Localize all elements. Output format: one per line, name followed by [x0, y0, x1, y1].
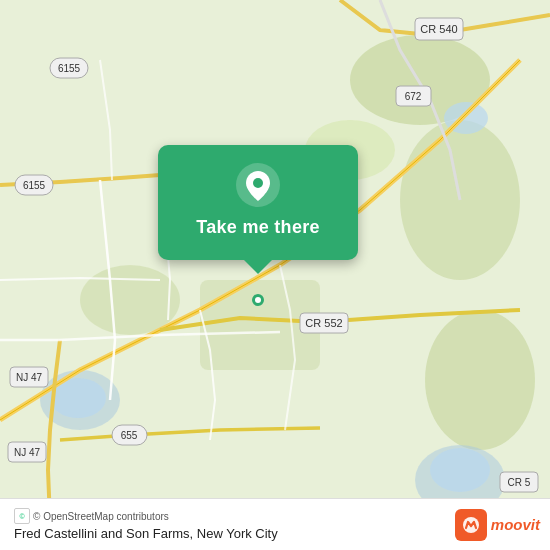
svg-point-6 — [80, 265, 180, 335]
svg-text:6155: 6155 — [58, 63, 81, 74]
location-pin-icon — [236, 163, 280, 207]
svg-text:655: 655 — [121, 430, 138, 441]
map-svg: CR 540 6155 6155 672 CR 552 NJ 47 NJ 47 … — [0, 0, 550, 550]
take-me-there-card[interactable]: Take me there — [158, 145, 358, 260]
bottom-bar: © © OpenStreetMap contributors Fred Cast… — [0, 498, 550, 550]
moovit-logo[interactable]: moovit — [455, 509, 540, 541]
osm-logo: © — [14, 508, 30, 524]
svg-text:CR 5: CR 5 — [508, 477, 531, 488]
svg-point-30 — [255, 297, 261, 303]
osm-attribution-text: © OpenStreetMap contributors — [33, 511, 169, 522]
svg-point-32 — [253, 178, 263, 188]
moovit-text: moovit — [491, 516, 540, 533]
bottom-left: © © OpenStreetMap contributors Fred Cast… — [14, 508, 278, 541]
svg-point-10 — [430, 448, 490, 492]
osm-attribution: © © OpenStreetMap contributors — [14, 508, 278, 524]
svg-text:672: 672 — [405, 91, 422, 102]
svg-text:6155: 6155 — [23, 180, 46, 191]
map-container: CR 540 6155 6155 672 CR 552 NJ 47 NJ 47 … — [0, 0, 550, 550]
location-title: Fred Castellini and Son Farms, New York … — [14, 526, 278, 541]
svg-text:NJ 47: NJ 47 — [14, 447, 41, 458]
svg-point-2 — [425, 310, 535, 450]
svg-text:NJ 47: NJ 47 — [16, 372, 43, 383]
take-me-there-label: Take me there — [196, 217, 320, 238]
svg-text:CR 552: CR 552 — [305, 317, 342, 329]
svg-text:CR 540: CR 540 — [420, 23, 457, 35]
moovit-icon — [455, 509, 487, 541]
